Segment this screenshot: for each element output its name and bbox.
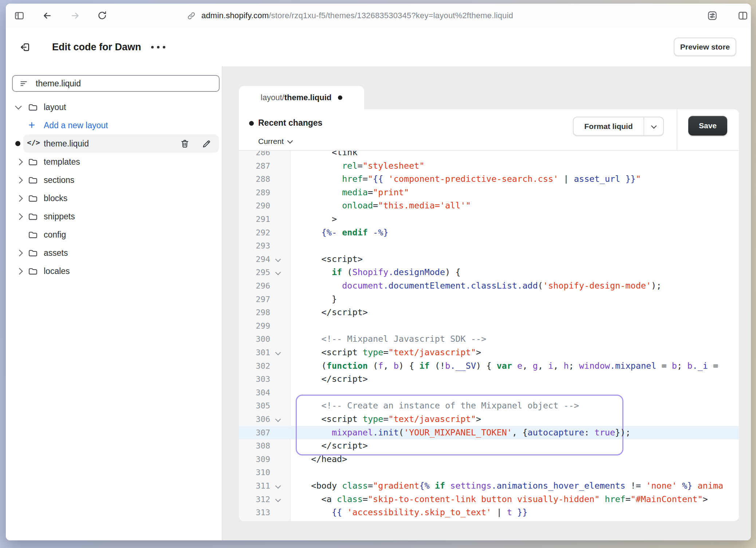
sidebar-item-label: theme.liquid [44, 136, 89, 152]
code-line[interactable]: <!-- Create an instance of the Mixpanel … [301, 399, 579, 412]
sidebar-item-label: blocks [44, 190, 67, 206]
reload-icon[interactable] [97, 10, 108, 21]
code-line[interactable]: <a class="skip-to-content-link button vi… [301, 493, 708, 506]
sidebar-item-label: config [44, 227, 66, 243]
split-view-icon[interactable] [737, 10, 748, 21]
line-number: 286 [239, 151, 270, 159]
code-editor[interactable]: 286 <link287 rel="stylesheet"288 href="{… [239, 151, 739, 521]
line-number: 293 [239, 239, 270, 253]
chevron-right-icon[interactable] [16, 250, 23, 256]
preview-store-button[interactable]: Preview store [674, 38, 736, 56]
code-line[interactable]: > [301, 212, 337, 226]
sidebar-item-templates[interactable]: templates [6, 154, 223, 170]
code-line[interactable]: </script> [301, 439, 368, 453]
line-number: 312 [239, 493, 270, 506]
folder-icon [28, 266, 38, 278]
code-line[interactable]: {{ 'accessibility.skip_to_text' | t }} [301, 506, 528, 519]
sidebar-item-label: sections [44, 172, 74, 188]
chevron-right-icon[interactable] [16, 158, 23, 165]
save-button[interactable]: Save [688, 116, 727, 136]
line-number: 297 [239, 293, 270, 306]
sidebar-item-label: locales [44, 263, 70, 279]
line-number: 292 [239, 226, 270, 239]
link-icon [186, 11, 196, 21]
sidebar-toggle-icon[interactable] [14, 10, 25, 21]
forward-icon[interactable] [70, 10, 81, 21]
filter-icon [19, 79, 29, 89]
sidebar-item-snippets[interactable]: snippets [6, 208, 223, 224]
code-line[interactable]: onload="this.media='all'" [301, 199, 471, 212]
chevron-right-icon[interactable] [16, 177, 23, 183]
code-line[interactable]: (function (f, b) { if (!b.__SV) { var e,… [301, 359, 718, 373]
code-line[interactable]: {%- endif -%} [301, 226, 389, 239]
format-options-toggle[interactable] [643, 117, 663, 136]
line-number: 299 [239, 319, 270, 333]
line-number: 290 [239, 199, 270, 212]
chevron-right-icon[interactable] [16, 268, 23, 274]
search-input[interactable] [35, 78, 219, 89]
line-number: 295 [239, 266, 270, 279]
code-line[interactable]: mixpanel.init('YOUR_MIXPANEL_TOKEN', {au… [301, 426, 631, 439]
line-number: 306 [239, 412, 270, 426]
code-line[interactable]: </script> [301, 306, 368, 319]
code-line[interactable]: <script> [301, 253, 363, 266]
code-line[interactable]: document.documentElement.classList.add('… [301, 279, 661, 293]
code-line[interactable]: rel="stylesheet" [301, 159, 425, 173]
code-line[interactable]: </head> [301, 453, 347, 466]
back-icon[interactable] [42, 10, 52, 21]
chevron-right-icon[interactable] [16, 213, 23, 220]
line-number: 309 [239, 453, 270, 466]
rename-file-icon[interactable] [202, 139, 212, 150]
code-line[interactable]: </script> [301, 372, 368, 386]
chevron-right-icon[interactable] [16, 195, 23, 201]
sidebar-item-locales[interactable]: locales [6, 263, 223, 279]
chevron-down-icon[interactable] [15, 103, 21, 109]
sidebar-item-label: snippets [44, 208, 75, 224]
address-bar[interactable]: admin.shopify.com/store/rzq1xu-f5/themes… [186, 4, 513, 28]
sidebar-item-label: Add a new layout [44, 117, 108, 133]
code-line[interactable]: href="{{ 'component-predictive-search.cs… [301, 172, 641, 186]
format-liquid-button[interactable]: Format liquid [573, 117, 664, 136]
more-actions-icon[interactable] [151, 28, 165, 66]
code-line[interactable]: <!-- Mixpanel Javascript SDK --> [301, 332, 486, 346]
code-line[interactable]: } [301, 293, 337, 306]
code-line[interactable]: <body class="gradient{% if settings.anim… [301, 479, 723, 493]
code-line[interactable]: <link [301, 151, 358, 159]
url-host: admin.shopify.com [201, 11, 269, 20]
code-line[interactable]: </a> [301, 519, 342, 521]
tab-theme-liquid[interactable]: layout/theme.liquid [239, 86, 364, 109]
chevron-down-icon [287, 138, 293, 144]
line-number: 307 [239, 426, 270, 439]
editor-header: Recent changes Current Format liquid Sav… [239, 109, 739, 151]
code-line[interactable]: <script type="text/javascript"> [301, 346, 481, 359]
line-number: 300 [239, 332, 270, 346]
sidebar-item-label: assets [44, 245, 68, 261]
folder-icon [28, 175, 38, 187]
sidebar-item-label: layout [44, 99, 66, 115]
folder-icon [28, 193, 38, 205]
sidebar-item-blocks[interactable]: blocks [6, 190, 223, 206]
unsaved-dot-icon [15, 141, 20, 146]
sidebar-item-add-a-new-layout[interactable]: +Add a new layout [6, 117, 223, 133]
exit-icon[interactable] [19, 41, 30, 52]
version-selector[interactable]: Current [258, 137, 292, 146]
sidebar-item-sections[interactable]: sections [6, 172, 223, 188]
line-number: 298 [239, 306, 270, 319]
line-number: 302 [239, 359, 270, 373]
code-line[interactable]: media="print" [301, 186, 409, 199]
tab-dir: layout/ [261, 93, 284, 102]
code-line[interactable]: if (Shopify.designMode) { [301, 266, 461, 279]
file-search[interactable] [12, 75, 220, 92]
line-number: 310 [239, 466, 270, 479]
code-line[interactable]: <script type="text/javascript"> [301, 412, 481, 426]
sidebar-item-theme-liquid[interactable]: </>theme.liquid [6, 136, 223, 152]
sidebar-item-config[interactable]: config [6, 227, 223, 243]
sidebar-item-layout[interactable]: layout [6, 99, 223, 115]
line-number: 287 [239, 159, 270, 173]
sidebar-item-assets[interactable]: assets [6, 245, 223, 261]
browser-settings-icon[interactable] [707, 10, 718, 21]
delete-file-icon[interactable] [180, 139, 190, 150]
folder-icon [28, 157, 38, 169]
format-liquid-label: Format liquid [574, 122, 643, 131]
line-number: 311 [239, 479, 270, 493]
